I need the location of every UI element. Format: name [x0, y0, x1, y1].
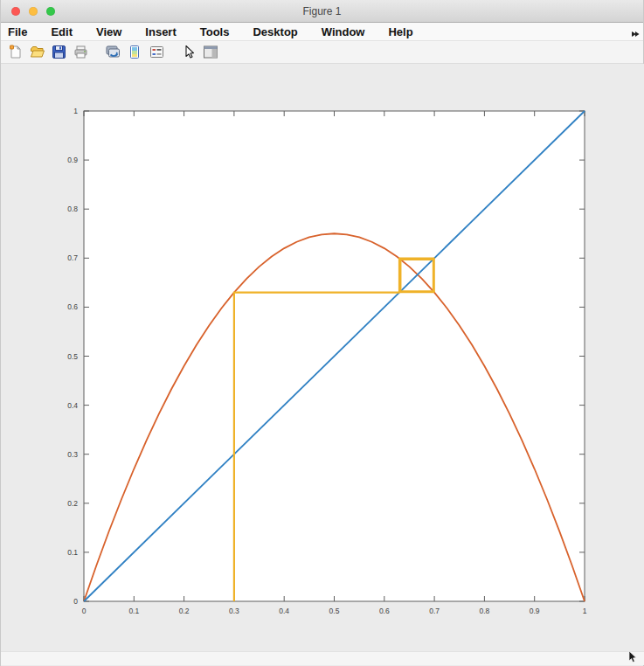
x-tick-label: 0 [82, 607, 87, 615]
y-tick-label: 0.4 [67, 401, 78, 410]
menubar: FileEditViewInsertToolsDesktopWindowHelp [1, 23, 643, 41]
titlebar: Figure 1 [1, 0, 643, 23]
save-icon[interactable] [49, 43, 68, 62]
x-tick-label: 0.8 [479, 607, 489, 615]
x-tick-label: 0.3 [229, 607, 239, 615]
x-tick-label: 0.2 [179, 607, 190, 615]
window-title: Figure 1 [1, 0, 643, 23]
menu-item-insert[interactable]: Insert [145, 25, 176, 38]
figure-window: Figure 1 FileEditViewInsertToolsDesktopW… [0, 0, 644, 666]
x-tick-label: 0.9 [530, 607, 540, 615]
x-tick-label: 0.6 [379, 607, 390, 615]
plot-canvas: 00.10.20.30.40.50.60.70.80.9100.10.20.30… [1, 64, 644, 651]
x-tick-label: 0.5 [329, 607, 340, 615]
link-plot-icon[interactable] [103, 43, 122, 62]
y-tick-label: 0.6 [67, 302, 78, 311]
print-icon[interactable] [71, 43, 90, 62]
x-tick-label: 0.1 [128, 607, 139, 615]
open-folder-icon[interactable] [27, 43, 46, 62]
legend-icon[interactable] [147, 43, 166, 62]
y-tick-label: 0.8 [67, 205, 78, 213]
figure-area: 00.10.20.30.40.50.60.70.80.9100.10.20.30… [1, 64, 644, 665]
mouse-cursor-icon [627, 651, 638, 663]
y-tick-label: 0.1 [67, 548, 78, 557]
y-tick-label: 0.5 [67, 352, 78, 361]
y-tick-label: 1 [73, 107, 78, 115]
menu-item-view[interactable]: View [96, 25, 121, 38]
y-tick-label: 0 [73, 597, 78, 606]
edit-plot-arrow-icon[interactable] [179, 43, 198, 62]
x-tick-label: 1 [583, 607, 587, 615]
y-tick-label: 0.7 [67, 253, 78, 262]
x-tick-label: 0.4 [279, 607, 289, 615]
menu-item-desktop[interactable]: Desktop [253, 25, 297, 38]
y-tick-label: 0.2 [67, 499, 78, 508]
dock-figure-icon[interactable] [201, 43, 220, 62]
menu-item-file[interactable]: File [8, 25, 27, 38]
menu-item-window[interactable]: Window [322, 25, 365, 38]
new-document-icon[interactable] [5, 43, 24, 62]
bottom-strip [1, 651, 644, 665]
y-tick-label: 0.3 [67, 450, 78, 459]
menu-item-help[interactable]: Help [388, 25, 412, 38]
y-tick-label: 0.9 [67, 156, 78, 164]
menu-overflow-arrow-icon[interactable] [631, 26, 640, 42]
x-tick-label: 0.7 [429, 607, 440, 615]
toolbar [1, 41, 643, 64]
menu-item-edit[interactable]: Edit [51, 25, 73, 38]
menu-item-tools[interactable]: Tools [200, 25, 230, 38]
colorbar-icon[interactable] [125, 43, 144, 62]
